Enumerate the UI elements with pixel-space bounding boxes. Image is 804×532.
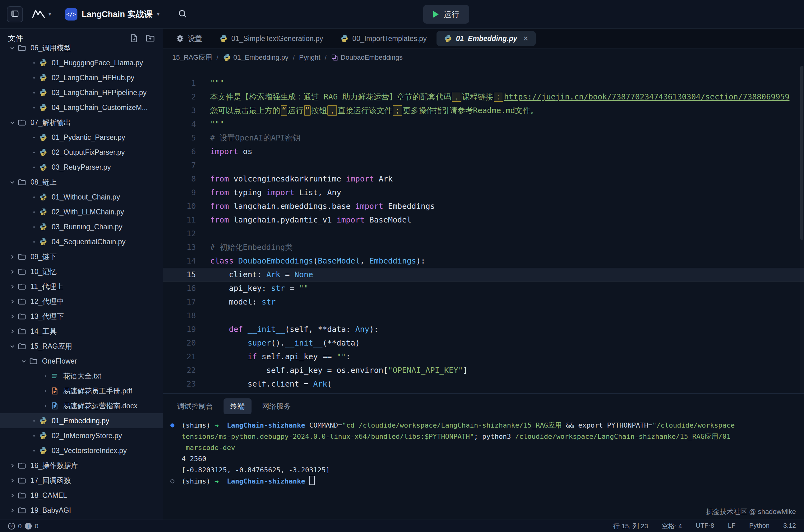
breadcrumb-item-01_Embedding.py[interactable]: 01_Embedding.py xyxy=(223,54,288,61)
tab-设置[interactable]: 设置 xyxy=(169,31,209,46)
code-editor[interactable]: 1"""2本文件是【检索增强生成：通过 RAG 助力鲜花运营】章节的配套代码，课… xyxy=(163,66,804,404)
code-line-16[interactable]: 16 api_key: str = "" xyxy=(163,282,804,295)
tree-file-03_VectorstoreIndex.py[interactable]: 03_VectorstoreIndex.py xyxy=(0,443,163,458)
new-folder-icon[interactable] xyxy=(146,34,155,43)
tree-file-03_RetryParser.py[interactable]: 03_RetryParser.py xyxy=(0,160,163,175)
code-line-14[interactable]: 14class DoubaoEmbeddings(BaseModel, Embe… xyxy=(163,254,804,268)
code-line-7[interactable]: 7 xyxy=(163,158,804,172)
tree-file-02_InMemoryStore.py[interactable]: 02_InMemoryStore.py xyxy=(0,428,163,443)
chevron-right-icon[interactable] xyxy=(7,508,17,513)
code-line-2[interactable]: 2本文件是【检索增强生成：通过 RAG 助力鲜花运营】章节的配套代码，课程链接：… xyxy=(163,90,804,104)
tree-folder-14_工具[interactable]: 14_工具 xyxy=(0,324,163,339)
tree-file-易速鲜花运营指南.docx[interactable]: 易速鲜花运营指南.docx xyxy=(0,398,163,413)
chevron-right-icon[interactable] xyxy=(7,493,17,498)
tree-folder-08_链上[interactable]: 08_链上 xyxy=(0,175,163,190)
tree-folder-10_记忆[interactable]: 10_记忆 xyxy=(0,264,163,279)
problems-indicator[interactable]: × 0 ! 0 xyxy=(8,522,38,530)
tree-folder-OneFlower[interactable]: OneFlower xyxy=(0,354,163,368)
tree-folder-13_代理下[interactable]: 13_代理下 xyxy=(0,309,163,324)
chevron-down-icon[interactable] xyxy=(7,343,17,349)
close-icon[interactable]: × xyxy=(523,35,528,43)
tree-file-03_LangChain_HFPipeline.py[interactable]: 03_LangChain_HFPipeline.py xyxy=(0,85,163,100)
tree-folder-15_RAG应用[interactable]: 15_RAG应用 xyxy=(0,339,163,354)
chevron-down-icon[interactable] xyxy=(7,120,17,126)
chevron-right-icon[interactable] xyxy=(7,314,17,320)
tab-01_SimpleTextGeneration.py[interactable]: 01_SimpleTextGeneration.py xyxy=(212,31,331,46)
code-line-15[interactable]: 15 client: Ark = None xyxy=(163,268,804,282)
tree-file-02_With_LLMChain.py[interactable]: 02_With_LLMChain.py xyxy=(0,205,163,220)
code-line-20[interactable]: 20 super().__init__(**data) xyxy=(163,336,804,350)
project-switcher[interactable]: </> LangChain 实战课 ▾ xyxy=(65,8,160,20)
status-item-行 15, 列 23[interactable]: 行 15, 列 23 xyxy=(613,522,648,530)
code-line-10[interactable]: 10from langchain.embeddings.base import … xyxy=(163,200,804,213)
code-line-12[interactable]: 12 xyxy=(163,227,804,241)
panel-tab-终端[interactable]: 终端 xyxy=(224,398,251,414)
code-line-19[interactable]: 19 def __init__(self, **data: Any): xyxy=(163,323,804,336)
panel-tab-网络服务[interactable]: 网络服务 xyxy=(255,398,298,414)
tree-file-01_Without_Chain.py[interactable]: 01_Without_Chain.py xyxy=(0,190,163,205)
tree-folder-17_回调函数[interactable]: 17_回调函数 xyxy=(0,473,163,488)
breadcrumb-item-15_RAG应用[interactable]: 15_RAG应用 xyxy=(172,53,212,62)
panel-tab-调试控制台[interactable]: 调试控制台 xyxy=(170,398,220,414)
code-line-23[interactable]: 23 self.client = Ark( xyxy=(163,377,804,391)
code-line-17[interactable]: 17 model: str xyxy=(163,295,804,309)
chevron-right-icon[interactable] xyxy=(7,478,17,483)
status-item-LF[interactable]: LF xyxy=(728,522,735,530)
tree-file-02_OutputFixParser.py[interactable]: 02_OutputFixParser.py xyxy=(0,145,163,160)
tree-folder-18_CAMEL[interactable]: 18_CAMEL xyxy=(0,488,163,503)
search-button[interactable] xyxy=(176,8,189,20)
chevron-down-icon[interactable] xyxy=(7,179,17,185)
tree-file-02_LangChain_HFHub.py[interactable]: 02_LangChain_HFHub.py xyxy=(0,70,163,85)
chevron-right-icon[interactable] xyxy=(7,284,17,290)
code-line-18[interactable]: 18 xyxy=(163,309,804,323)
chevron-right-icon[interactable] xyxy=(7,463,17,469)
breadcrumb-item-Pyright[interactable]: Pyright xyxy=(299,54,320,61)
scrollbar-thumb[interactable] xyxy=(800,66,803,240)
chevron-down-icon[interactable] xyxy=(7,45,17,51)
tree-file-01_Embedding.py[interactable]: 01_Embedding.py xyxy=(0,413,163,428)
tree-folder-12_代理中[interactable]: 12_代理中 xyxy=(0,294,163,309)
status-item-3.12[interactable]: 3.12 xyxy=(783,522,796,530)
code-line-9[interactable]: 9from typing import List, Any xyxy=(163,186,804,200)
tree-file-01_HugggingFace_Llama.py[interactable]: 01_HugggingFace_Llama.py xyxy=(0,55,163,70)
code-line-22[interactable]: 22 self.api_key = os.environ["OPENAI_API… xyxy=(163,364,804,377)
run-button[interactable]: 运行 xyxy=(423,5,469,24)
code-line-11[interactable]: 11from langchain.pydantic_v1 import Base… xyxy=(163,213,804,227)
status-item-UTF-8[interactable]: UTF-8 xyxy=(696,522,714,530)
tree-folder-16_操作数据库[interactable]: 16_操作数据库 xyxy=(0,458,163,473)
code-line-13[interactable]: 13# 初始化Embedding类 xyxy=(163,241,804,254)
status-item-空格: 4[interactable]: 空格: 4 xyxy=(661,522,682,530)
code-line-3[interactable]: 3您可以点击最上方的“运行”按钮，直接运行该文件；更多操作指引请参考Readme… xyxy=(163,104,804,117)
tree-file-04_SequentialChain.py[interactable]: 04_SequentialChain.py xyxy=(0,234,163,249)
code-line-8[interactable]: 8from volcenginesdkarkruntime import Ark xyxy=(163,172,804,186)
breadcrumb-item-DoubaoEmbeddings[interactable]: DoubaoEmbeddings xyxy=(331,54,403,61)
sidebar-toggle-button[interactable] xyxy=(7,6,23,22)
chevron-right-icon[interactable] xyxy=(7,328,17,334)
tree-file-花语大全.txt[interactable]: 花语大全.txt xyxy=(0,368,163,383)
tree-file-04_LangChain_CustomizeM...[interactable]: 04_LangChain_CustomizeM... xyxy=(0,100,163,115)
new-file-icon[interactable] xyxy=(129,34,139,43)
tree-folder-07_解析输出[interactable]: 07_解析输出 xyxy=(0,115,163,130)
editor-scrollbar[interactable] xyxy=(800,66,804,394)
code-line-5[interactable]: 5# 设置OpenAI的API密钥 xyxy=(163,131,804,145)
terminal[interactable]: (shims) → LangChain-shizhanke COMMAND="c… xyxy=(163,417,804,487)
chevron-right-icon[interactable] xyxy=(7,254,17,260)
tree-folder-11_代理上[interactable]: 11_代理上 xyxy=(0,279,163,294)
code-line-21[interactable]: 21 if self.api_key == "": xyxy=(163,350,804,364)
status-item-Python[interactable]: Python xyxy=(749,522,769,530)
workspace-menu[interactable]: ▾ xyxy=(32,9,51,20)
tab-00_ImportTemplates.py[interactable]: 00_ImportTemplates.py xyxy=(333,31,434,46)
tree-file-易速鲜花员工手册.pdf[interactable]: 易速鲜花员工手册.pdf xyxy=(0,383,163,398)
code-line-1[interactable]: 1""" xyxy=(163,76,804,90)
tree-folder-09_链下[interactable]: 09_链下 xyxy=(0,249,163,264)
chevron-right-icon[interactable] xyxy=(7,269,17,275)
chevron-down-icon[interactable] xyxy=(19,358,28,364)
code-line-6[interactable]: 6import os xyxy=(163,145,804,158)
chevron-right-icon[interactable] xyxy=(7,299,17,305)
code-link[interactable]: https://juejin.cn/book/73877023474361303… xyxy=(504,92,789,101)
code-line-4[interactable]: 4""" xyxy=(163,117,804,131)
tree-file-01_Pydantic_Parser.py[interactable]: 01_Pydantic_Parser.py xyxy=(0,130,163,145)
tab-01_Embedding.py[interactable]: 01_Embedding.py× xyxy=(436,31,536,46)
tree-file-03_Running_Chain.py[interactable]: 03_Running_Chain.py xyxy=(0,220,163,234)
tree-folder-19_BabyAGI[interactable]: 19_BabyAGI xyxy=(0,503,163,518)
